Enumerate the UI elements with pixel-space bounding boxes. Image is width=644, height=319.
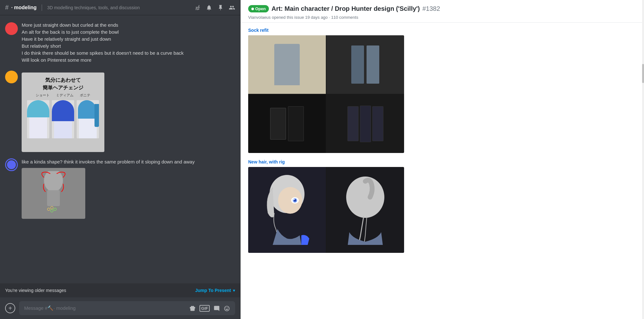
message-input-area: + Message #🔨· modeling GIF bbox=[0, 297, 240, 319]
hair-rig-image bbox=[248, 167, 404, 253]
members-icon[interactable] bbox=[229, 4, 235, 11]
svg-point-4 bbox=[54, 208, 56, 211]
svg-rect-1 bbox=[47, 190, 60, 206]
sock-image-grid bbox=[248, 35, 404, 153]
sock-image-cell-4 bbox=[326, 94, 404, 153]
issue-number: #1382 bbox=[423, 5, 440, 12]
message-input-placeholder: Message #🔨· modeling bbox=[24, 305, 76, 311]
add-content-button[interactable]: + bbox=[5, 303, 15, 313]
message-text: An alt for the back is to just complete … bbox=[22, 29, 235, 36]
jump-to-present-button[interactable]: Jump To Present ▾ bbox=[195, 288, 235, 293]
sock-image-cell-3 bbox=[248, 94, 326, 153]
channel-name: · modeling bbox=[11, 5, 37, 10]
hair-rig-section: New hair, with rig bbox=[248, 159, 637, 253]
sock-image-cell-2 bbox=[326, 35, 404, 94]
issue-body[interactable]: Sock refit bbox=[241, 23, 644, 319]
message-group: 気分にあわせて簡単ヘアチェンジ ショート ミディアム ポニテ bbox=[5, 69, 235, 153]
svg-point-0 bbox=[44, 171, 63, 192]
older-messages-bar: You're viewing older messages Jump To Pr… bbox=[0, 283, 240, 297]
issue-meta-text: Vianvolaeus opened this issue 19 days ag… bbox=[248, 15, 358, 20]
channel-header: # · modeling 3D modelling techniques, to… bbox=[0, 0, 240, 15]
sock-section-label[interactable]: Sock refit bbox=[248, 28, 637, 33]
scrollbar-track bbox=[642, 0, 644, 319]
messages-area: More just straight down but curled at th… bbox=[0, 15, 240, 283]
open-badge-label: Open bbox=[255, 6, 266, 11]
channel-topic: 3D modelling techniques, tools, and disc… bbox=[47, 5, 140, 10]
github-issue-panel: Open Art: Main character / Drop Hunter d… bbox=[241, 0, 644, 319]
message-content: like a kinda shape? think it invokes the… bbox=[22, 158, 235, 219]
sketch-image[interactable] bbox=[22, 168, 235, 219]
message-text: More just straight down but curled at th… bbox=[22, 22, 235, 29]
add-channel-icon[interactable] bbox=[194, 4, 201, 11]
emoji-icon[interactable] bbox=[224, 305, 230, 311]
svg-point-5 bbox=[51, 210, 53, 212]
hair-rig-section-label[interactable]: New hair, with rig bbox=[248, 159, 637, 164]
open-dot bbox=[251, 8, 254, 10]
hair-label-2: ミディアム bbox=[56, 93, 74, 98]
avatar bbox=[5, 158, 18, 171]
scrollbar-thumb[interactable] bbox=[642, 64, 644, 83]
github-issue-content: Open Art: Main character / Drop Hunter d… bbox=[241, 0, 644, 319]
svg-point-2 bbox=[47, 208, 50, 211]
message-text: But relatively short bbox=[22, 43, 235, 50]
hair-style-image[interactable]: 気分にあわせて簡単ヘアチェンジ ショート ミディアム ポニテ bbox=[22, 73, 235, 152]
message-group: More just straight down but curled at th… bbox=[5, 20, 235, 65]
message-group: like a kinda shape? think it invokes the… bbox=[5, 157, 235, 220]
older-messages-text: You're viewing older messages bbox=[5, 288, 66, 293]
channel-hash-icon: # bbox=[5, 4, 9, 11]
message-content: More just straight down but curled at th… bbox=[22, 22, 235, 64]
discord-chat-panel: # · modeling 3D modelling techniques, to… bbox=[0, 0, 240, 319]
message-content: 気分にあわせて簡単ヘアチェンジ ショート ミディアム ポニテ bbox=[22, 70, 235, 152]
sock-section: Sock refit bbox=[248, 28, 637, 153]
message-text: Have it be relatively straight and just … bbox=[22, 36, 235, 43]
chevron-down-icon: ▾ bbox=[233, 288, 235, 293]
hair-rig-right bbox=[326, 167, 404, 253]
gift-icon[interactable] bbox=[189, 305, 196, 311]
svg-point-11 bbox=[293, 199, 295, 200]
issue-open-badge: Open bbox=[248, 5, 269, 12]
message-text: Will look on Pinterest some more bbox=[22, 57, 235, 64]
issue-meta: Vianvolaeus opened this issue 19 days ag… bbox=[248, 15, 637, 20]
sock-image-cell-1 bbox=[248, 35, 326, 94]
message-input-box[interactable]: Message #🔨· modeling GIF bbox=[19, 301, 235, 315]
issue-title-bar: Open Art: Main character / Drop Hunter d… bbox=[241, 0, 644, 23]
message-text: I do think there should be some spikes b… bbox=[22, 50, 235, 57]
issue-title-row: Open Art: Main character / Drop Hunter d… bbox=[248, 5, 637, 12]
message-text: like a kinda shape? think it invokes the… bbox=[22, 158, 235, 165]
svg-point-3 bbox=[51, 206, 53, 209]
sticker-icon[interactable] bbox=[214, 305, 220, 311]
pin-icon[interactable] bbox=[217, 4, 224, 11]
hair-label-1: ショート bbox=[36, 93, 50, 98]
avatar bbox=[5, 71, 18, 83]
header-divider bbox=[42, 4, 42, 11]
jump-to-present-label: Jump To Present bbox=[195, 288, 231, 293]
notification-bell-icon[interactable] bbox=[206, 4, 212, 11]
gif-icon[interactable]: GIF bbox=[200, 305, 210, 312]
header-icons bbox=[194, 4, 235, 11]
input-icons: GIF bbox=[189, 305, 230, 311]
hair-rig-left bbox=[248, 167, 326, 253]
hair-label-3: ポニテ bbox=[80, 93, 90, 98]
avatar bbox=[5, 22, 18, 35]
issue-title: Art: Main character / Drop Hunter design… bbox=[271, 5, 420, 12]
